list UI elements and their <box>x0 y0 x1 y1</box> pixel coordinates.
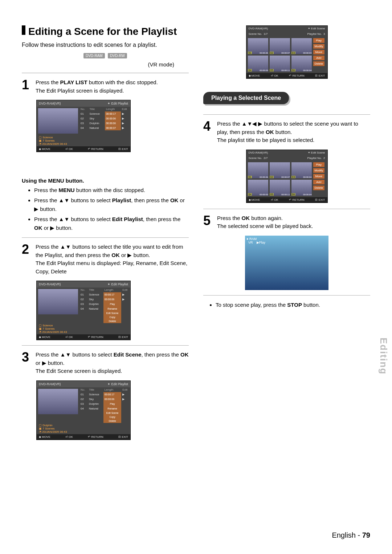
step-3: 3 Press the ▲▼ buttons to select Edit Sc… <box>22 351 189 375</box>
osd-edit-scene-a: DVD-RAM(VR)✦ Edit Scene Scene No. 1/7Pla… <box>246 25 328 79</box>
step-number: 1 <box>22 78 32 95</box>
divider <box>203 114 370 115</box>
menu-subhead: Using the MENU button. <box>22 178 189 184</box>
menu-bullets: Press the MENU button with the disc stop… <box>22 186 189 232</box>
divider <box>203 209 370 209</box>
osd-edit-playlist-2: DVD-RAM(VR)✦ Edit Playlist No.TitleLengt… <box>36 281 131 340</box>
step-2: 2 Press the ▲▼ buttons to select the tit… <box>22 243 189 276</box>
osd-edit-scene-b: DVD-RAM(VR)✦ Edit Scene Scene No. 2/7Pla… <box>246 150 328 203</box>
vr-mode-label: (VR mode) <box>22 61 189 68</box>
osd-edit-playlist-1: DVD-RAM(VR)✦ Edit Playlist No.TitleLengt… <box>36 100 131 152</box>
osd-thumb <box>38 108 78 134</box>
disc-badge-ram: DVD-RAM <box>83 53 105 58</box>
section-pill: Playing a Selected Scene <box>203 92 289 104</box>
disc-badges: DVD-RAM DVD-RW <box>22 52 189 58</box>
step-5: 5 Press the OK button again. The selecte… <box>203 214 370 231</box>
left-column: Editing a Scene for the Playlist Follow … <box>22 25 189 444</box>
page-footer: English - 79 <box>332 531 370 539</box>
step-4: 4 Press the ▲▼◀ ▶ buttons to select the … <box>203 120 370 144</box>
step-1: 1 Press the PLAY LIST button with the di… <box>22 78 189 95</box>
playback-thumbnail: ● RAM VR ▶Play <box>245 236 328 290</box>
divider <box>22 237 189 238</box>
title-marker <box>22 25 25 35</box>
page-title: Editing a Scene for the Playlist <box>22 25 189 37</box>
intro-text: Follow these instructions to edit scenes… <box>22 42 189 48</box>
right-column: DVD-RAM(VR)✦ Edit Scene Scene No. 1/7Pla… <box>203 25 370 444</box>
stop-note: To stop scene play, press the STOP butto… <box>203 301 370 309</box>
osd-edit-playlist-3: DVD-RAM(VR)✦ Edit Playlist No.TitleLengt… <box>36 380 131 440</box>
disc-badge-rw: DVD-RW <box>108 53 127 58</box>
divider <box>203 295 370 296</box>
divider <box>22 345 189 346</box>
divider <box>22 73 189 73</box>
side-tab-editing: Editing <box>378 338 389 375</box>
step-text: Press the PLAY LIST button with the disc… <box>36 78 158 95</box>
